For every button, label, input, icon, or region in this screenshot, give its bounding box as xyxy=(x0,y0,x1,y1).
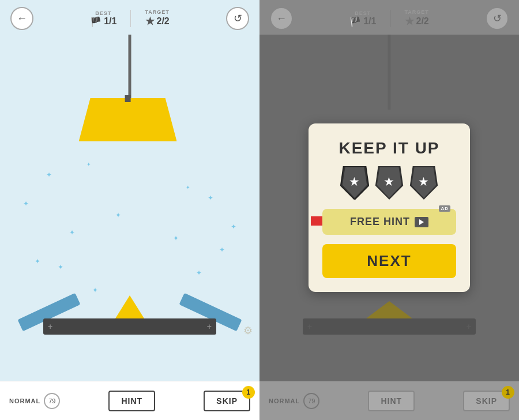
svg-text:★: ★ xyxy=(349,175,360,189)
best-value-right: 🏴 1/1 xyxy=(349,16,376,27)
target-score-left: TARGET ★ 2/2 xyxy=(145,9,169,28)
left-panel: ← BEST 🏴 1/1 TARGET ★ 2/2 ↺ xyxy=(0,0,260,420)
game-area-right: + + KEEP IT UP ★ xyxy=(260,35,519,381)
platform-left: + + xyxy=(43,318,216,335)
sparkle-6: ✦ xyxy=(196,269,202,277)
free-hint-wrapper: FREE HINT AD xyxy=(322,209,456,235)
best-label-left: BEST xyxy=(95,10,111,16)
modal-overlay: KEEP IT UP ★ ★ xyxy=(260,35,519,381)
free-hint-label: FREE HINT xyxy=(350,216,410,228)
star-icon-right: ★ xyxy=(405,15,414,28)
score-area-right: BEST 🏴 1/1 TARGET ★ 2/2 xyxy=(349,9,429,28)
mode-text-right: NORMAL xyxy=(269,397,300,404)
sparkle-9: ✦ xyxy=(219,246,225,254)
level-value-right: 79 xyxy=(308,397,315,404)
score-divider-left xyxy=(130,10,131,27)
video-icon xyxy=(415,217,428,227)
sparkle-4: ✦ xyxy=(208,194,213,202)
svg-marker-0 xyxy=(79,98,177,141)
refresh-button-right[interactable]: ↺ xyxy=(486,7,509,30)
shield-3: ★ xyxy=(409,166,438,200)
best-label-right: BEST xyxy=(355,10,371,16)
score-divider-right xyxy=(390,10,390,27)
svg-text:★: ★ xyxy=(384,175,395,189)
sparkle-14: ✦ xyxy=(86,162,91,167)
back-button-left[interactable]: ← xyxy=(10,7,33,30)
sparkle-11: ✦ xyxy=(92,286,98,294)
target-label-left: TARGET xyxy=(145,9,169,15)
top-bar-left: ← BEST 🏴 1/1 TARGET ★ 2/2 ↺ xyxy=(0,0,260,35)
target-value-left: ★ 2/2 xyxy=(145,15,170,28)
sparkle-5: ✦ xyxy=(173,234,179,242)
modal-title: KEEP IT UP xyxy=(339,140,439,158)
bottom-toolbar-right: NORMAL 79 HINT SKIP 1 xyxy=(260,381,519,420)
refresh-button-left[interactable]: ↺ xyxy=(226,7,249,30)
hint-button-left[interactable]: HINT xyxy=(108,391,155,411)
back-button-right[interactable]: ← xyxy=(270,7,293,30)
sparkle-3: ✦ xyxy=(115,211,121,219)
platform-plus-left: + xyxy=(48,322,52,331)
right-panel: ← BEST 🏴 1/1 TARGET ★ 2/2 ↺ xyxy=(260,0,519,420)
mode-badge-right: NORMAL 79 xyxy=(269,393,319,409)
platform-plus-right-left: + xyxy=(207,322,212,331)
free-hint-button[interactable]: FREE HINT AD xyxy=(322,209,456,235)
svg-text:★: ★ xyxy=(419,175,430,189)
mode-badge-left: NORMAL 79 xyxy=(9,393,60,409)
sparkle-10: ✦ xyxy=(231,223,236,231)
sparkle-13: ✦ xyxy=(186,185,190,190)
watermark-left: ⚙ xyxy=(243,324,253,337)
sparkle-2: ✦ xyxy=(69,228,75,237)
shields-row: ★ ★ ★ xyxy=(340,166,438,200)
target-value-right: ★ 2/2 xyxy=(405,15,429,28)
best-value-left: 🏴 1/1 xyxy=(90,16,116,27)
modal-box: KEEP IT UP ★ ★ xyxy=(309,123,470,292)
sparkle-7: ✦ xyxy=(46,171,52,179)
ad-badge: AD xyxy=(439,205,450,212)
level-circle-right: 79 xyxy=(303,393,319,409)
star-icon-left: ★ xyxy=(145,15,155,28)
shield-2: ★ xyxy=(375,166,404,200)
target-score-right: TARGET ★ 2/2 xyxy=(404,9,428,28)
skip-button-left[interactable]: SKIP 1 xyxy=(204,391,250,411)
hint-button-right[interactable]: HINT xyxy=(368,391,415,411)
skip-button-right[interactable]: SKIP 1 xyxy=(463,391,510,411)
skip-badge-left: 1 xyxy=(242,386,255,399)
level-value-left: 79 xyxy=(48,397,55,404)
bottom-toolbar-left: NORMAL 79 HINT SKIP 1 xyxy=(0,381,260,420)
svg-rect-1 xyxy=(125,95,131,102)
shield-1: ★ xyxy=(340,166,369,200)
level-circle-left: 79 xyxy=(44,393,60,409)
top-bar-right: ← BEST 🏴 1/1 TARGET ★ 2/2 ↺ xyxy=(260,0,519,35)
sparkle-8: ✦ xyxy=(23,200,29,208)
flag-icon-left: 🏴 xyxy=(90,16,101,27)
small-triangle-left xyxy=(115,295,144,318)
mode-text-left: NORMAL xyxy=(9,397,40,404)
game-area-left: ✦ ✦ ✦ ✦ ✦ ✦ ✦ ✦ ✦ ✦ ✦ ✦ ✦ ✦ + + ⚙ xyxy=(0,35,260,381)
target-label-right: TARGET xyxy=(404,9,428,15)
best-score-right: BEST 🏴 1/1 xyxy=(349,10,376,27)
skip-badge-right: 1 xyxy=(502,386,514,399)
next-button[interactable]: NEXT xyxy=(322,244,456,278)
flag-icon-right: 🏴 xyxy=(349,16,361,27)
pendulum-shape-left xyxy=(79,92,177,147)
sparkle-1: ✦ xyxy=(35,257,40,265)
sparkle-12: ✦ xyxy=(58,263,63,271)
score-area-left: BEST 🏴 1/1 TARGET ★ 2/2 xyxy=(90,9,170,28)
best-score-left: BEST 🏴 1/1 xyxy=(90,10,116,27)
